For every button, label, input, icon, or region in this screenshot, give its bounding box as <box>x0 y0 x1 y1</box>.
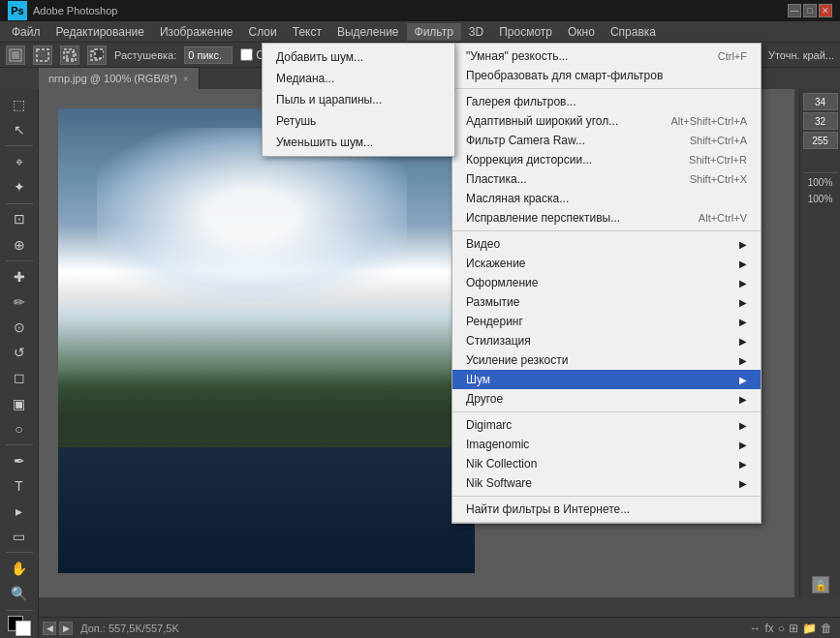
dust-scratches-item[interactable]: Пыль и царапины... <box>263 89 454 110</box>
maximize-button[interactable]: □ <box>803 4 817 17</box>
tool-crop[interactable]: ⊡ <box>5 207 34 230</box>
mask-icon[interactable]: ○ <box>778 622 785 635</box>
adaptive-wide-item[interactable]: Адаптивный широкий угол... Alt+Shift+Ctr… <box>452 111 761 131</box>
fx-icon[interactable]: fx <box>764 622 773 635</box>
find-filters-item[interactable]: Найти фильтры в Интернете... <box>452 500 761 519</box>
right-value-3[interactable] <box>803 132 838 149</box>
tool-healing[interactable]: ✚ <box>5 265 34 289</box>
video-item[interactable]: Видео ▶ <box>452 234 761 254</box>
menu-filter[interactable]: Фильтр <box>407 23 461 41</box>
window-controls[interactable]: — □ ✕ <box>788 4 832 17</box>
oil-paint-item[interactable]: Масляная краска... <box>452 189 761 208</box>
filter-section-3: Видео ▶ Искажение ▶ Оформление ▶ Размыти… <box>452 231 761 412</box>
close-button[interactable]: ✕ <box>819 4 832 17</box>
lock-icon[interactable]: 🔒 <box>812 576 829 593</box>
add-selection-btn[interactable] <box>60 46 79 65</box>
tool-move[interactable]: ↖ <box>5 118 34 141</box>
tool-magic-wand[interactable]: ✦ <box>5 175 34 198</box>
canvas-document[interactable] <box>58 108 475 573</box>
other-item[interactable]: Другое ▶ <box>452 389 761 409</box>
smart-sharpen-item[interactable]: "Умная" резкость... Ctrl+F <box>452 46 761 66</box>
tool-gradient[interactable]: ▣ <box>5 391 34 414</box>
stylize-label: Стилизация <box>466 334 531 348</box>
liquify-label: Пластика... <box>466 172 527 186</box>
blur-item[interactable]: Размытие ▶ <box>452 292 761 312</box>
minimize-button[interactable]: — <box>788 4 801 17</box>
tool-lasso[interactable]: ⌖ <box>5 150 34 173</box>
menu-bar: Файл Редактирование Изображение Слои Тек… <box>0 21 840 43</box>
percent-label-2: 100% <box>806 192 835 206</box>
delete-icon[interactable]: 🗑 <box>821 622 832 635</box>
noise-item[interactable]: Шум ▶ <box>452 370 761 389</box>
sharpen-item[interactable]: Усиление резкости ▶ <box>452 350 761 370</box>
digimarc-label: Digimarc <box>466 418 512 432</box>
subtract-selection-btn[interactable] <box>87 46 107 65</box>
reduce-noise-item[interactable]: Уменьшить шум... <box>263 132 454 153</box>
median-item[interactable]: Медиана... <box>263 68 454 89</box>
smart-filters-item[interactable]: Преобразовать для смарт-фильтров <box>452 66 761 85</box>
menu-select[interactable]: Выделение <box>329 23 407 41</box>
tool-path-select[interactable]: ▸ <box>5 500 34 523</box>
tab-close-btn[interactable]: × <box>183 74 189 84</box>
filter-gallery-item[interactable]: Галерея фильтров... <box>452 92 761 111</box>
adaptive-wide-shortcut: Alt+Shift+Ctrl+A <box>670 115 747 127</box>
menu-edit[interactable]: Редактирование <box>48 23 152 41</box>
render-item[interactable]: Рендеринг ▶ <box>452 312 761 331</box>
add-noise-item[interactable]: Добавить шум... <box>263 46 454 68</box>
tool-options-btn[interactable] <box>6 46 25 65</box>
tool-eraser[interactable]: ◻ <box>5 366 34 389</box>
document-tab[interactable]: nrnp.jpg @ 100% (RGB/8*) × <box>39 68 200 89</box>
new-selection-btn[interactable] <box>33 46 52 65</box>
nav-next-btn[interactable]: ▶ <box>59 622 73 635</box>
zoom-fit-icon[interactable]: ↔ <box>749 622 761 635</box>
tool-text[interactable]: T <box>5 474 34 498</box>
nik-collection-item[interactable]: Nik Collection ▶ <box>452 454 761 473</box>
tool-zoom[interactable]: 🔍 <box>5 582 34 605</box>
tool-hand[interactable]: ✋ <box>5 557 34 580</box>
tool-brush[interactable]: ✏ <box>5 290 34 314</box>
water <box>58 447 475 573</box>
digimarc-item[interactable]: Digimarc ▶ <box>452 415 761 435</box>
nav-prev-btn[interactable]: ◀ <box>43 622 56 635</box>
treeline <box>58 370 475 447</box>
right-value-1[interactable] <box>803 93 838 110</box>
camera-raw-item[interactable]: Фильтр Camera Raw... Shift+Ctrl+A <box>452 131 761 150</box>
liquify-item[interactable]: Пластика... Shift+Ctrl+X <box>452 169 761 189</box>
distortion-item[interactable]: Коррекция дисторсии... Shift+Ctrl+R <box>452 150 761 169</box>
distort-item[interactable]: Искажение ▶ <box>452 254 761 273</box>
right-value-2[interactable] <box>803 112 838 130</box>
background-color[interactable] <box>16 621 31 636</box>
feather-input[interactable] <box>184 46 233 64</box>
tool-history-brush[interactable]: ↺ <box>5 341 34 364</box>
menu-window[interactable]: Окно <box>560 23 603 41</box>
foreground-background-colors[interactable] <box>8 616 31 635</box>
nik-software-item[interactable]: Nik Software ▶ <box>452 473 761 493</box>
folder-icon[interactable]: 📁 <box>802 622 817 635</box>
imagenomic-item[interactable]: Imagenomic ▶ <box>452 435 761 454</box>
stylize-item[interactable]: Стилизация ▶ <box>452 331 761 350</box>
menu-help[interactable]: Справка <box>603 23 664 41</box>
tool-selection[interactable]: ⬚ <box>5 93 34 116</box>
svg-rect-3 <box>64 49 74 59</box>
layer-group-icon[interactable]: ⊞ <box>789 622 798 635</box>
smoothing-checkbox[interactable] <box>240 48 253 61</box>
tool-pen[interactable]: ✒ <box>5 449 34 472</box>
tool-shape[interactable]: ▭ <box>5 525 34 548</box>
menu-file[interactable]: Файл <box>4 23 48 41</box>
stylize-dec-item[interactable]: Оформление ▶ <box>452 273 761 292</box>
ps-logo: Ps <box>8 1 27 20</box>
menu-3d[interactable]: 3D <box>461 23 491 41</box>
menu-view[interactable]: Просмотр <box>491 23 560 41</box>
menu-text[interactable]: Текст <box>285 23 329 41</box>
perspective-item[interactable]: Исправление перспективы... Alt+Ctrl+V <box>452 208 761 228</box>
distort-arrow: ▶ <box>739 258 747 269</box>
tool-dodge[interactable]: ○ <box>5 417 34 441</box>
tool-clone[interactable]: ⊙ <box>5 316 34 339</box>
menu-layers[interactable]: Слои <box>241 23 285 41</box>
digimarc-arrow: ▶ <box>739 420 747 431</box>
doc-info: Доп.: 557,5K/557,5K <box>80 623 179 634</box>
tool-eyedropper[interactable]: ⊕ <box>5 233 34 257</box>
refine-edge-btn[interactable]: Уточн. край... <box>768 49 834 61</box>
menu-image[interactable]: Изображение <box>152 23 241 41</box>
despeckle-item[interactable]: Ретушь <box>263 110 454 132</box>
